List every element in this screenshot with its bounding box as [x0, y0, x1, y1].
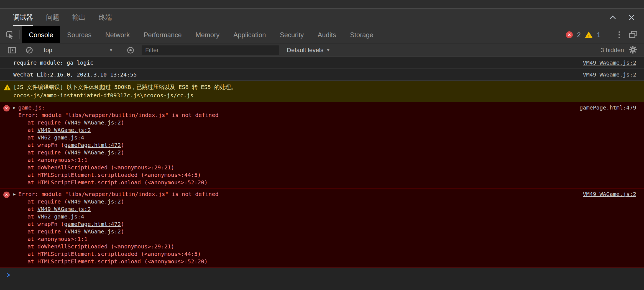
console-message-error: ✕▶game.js:gamePage.html:479Error: module… — [0, 102, 644, 189]
console-message-warning: ![JS 文件编译错误] 以下文件体积超过 500KB，已跳过压缩以及 ES6 … — [0, 81, 644, 102]
devtools-tab-sources[interactable]: Sources — [60, 26, 98, 43]
warning-line: cocos-js/ammo-instantiated-df09317c.js\n… — [13, 91, 636, 100]
warning-count-icon[interactable]: ! — [585, 32, 593, 38]
window-controls — [609, 9, 635, 26]
stack-frame: at VM62 game.js:4 — [18, 134, 636, 141]
stack-frame-link[interactable]: VM49 WAGame.js:2 — [37, 127, 91, 133]
stack-frame: at <anonymous>:1:1 — [18, 235, 636, 243]
stack-frame: at wrapFn (gamePage.html:472) — [18, 141, 636, 149]
source-location-link[interactable]: VM49 WAGame.js:2 — [583, 71, 636, 78]
divider — [118, 46, 118, 54]
expand-triangle-icon[interactable]: ▶ — [13, 104, 18, 111]
error-header: ▶game.js:gamePage.html:479 — [18, 104, 636, 111]
stack-frame: at <anonymous>:1:1 — [18, 156, 636, 164]
error-count: 2 — [577, 31, 581, 39]
devtools-tab-console[interactable]: Console — [22, 26, 60, 43]
more-options-icon[interactable] — [616, 30, 623, 40]
window-top-strip — [0, 0, 644, 9]
error-count-icon[interactable]: ✕ — [566, 31, 573, 38]
stack-frame-link[interactable]: VM49 WAGame.js:2 — [68, 228, 121, 235]
stack-frame-link[interactable]: VM62 game.js:4 — [37, 213, 84, 220]
warning-text: [JS 文件编译错误] 以下文件体积超过 500KB，已跳过压缩以及 ES6 转… — [13, 83, 636, 100]
divider — [19, 30, 20, 39]
levels-value: Default levels — [287, 47, 323, 54]
editor-tab-bar: 调试器问题输出终端 — [0, 9, 644, 26]
divider — [608, 31, 608, 39]
dropdown-arrow-icon: ▼ — [109, 48, 113, 52]
log-text: require module: ga-logic — [13, 59, 93, 66]
stack-frame-link[interactable]: VM49 WAGame.js:2 — [68, 119, 121, 126]
editor-tab-输出[interactable]: 输出 — [72, 9, 86, 26]
collapse-panel-icon[interactable] — [609, 15, 616, 20]
devtools-tab-security[interactable]: Security — [273, 26, 311, 43]
stack-frame: at require (VM49 WAGame.js:2) — [18, 198, 636, 205]
console-toolbar: top ▼ Default levels ▼ 3 hidden — [0, 44, 644, 57]
stack-frame-link[interactable]: gamePage.html:472 — [64, 221, 121, 227]
stack-frame: at HTMLScriptElement.script.onload (<ano… — [18, 258, 636, 265]
stack-frame-link[interactable]: VM49 WAGame.js:2 — [68, 149, 121, 156]
context-value: top — [44, 47, 52, 54]
stack-frame-link[interactable]: gamePage.html:472 — [64, 142, 121, 148]
devtools-bar-right: ✕ 2 ! 1 — [566, 26, 644, 43]
inspect-element-button[interactable] — [0, 26, 19, 43]
stack-frame: at wrapFn (gamePage.html:472) — [18, 220, 636, 228]
stack-frame: at HTMLScriptElement.script.onload (<ano… — [18, 179, 636, 186]
filter-input[interactable] — [142, 45, 279, 55]
error-header: ▶Error: module "libs/wrapper/builtin/ind… — [18, 190, 636, 198]
live-expression-eye-icon[interactable] — [123, 46, 138, 54]
stack-frame: at VM49 WAGame.js:2 — [18, 205, 636, 213]
error-message: Error: module "libs/wrapper/builtin/inde… — [18, 111, 636, 119]
source-location-link[interactable]: VM49 WAGame.js:2 — [583, 190, 636, 198]
console-message-log: Wechat Lib:2.16.0, 2021.3.10 13:24:55VM4… — [0, 69, 644, 81]
stack-trace: at require (VM49 WAGame.js:2)at VM49 WAG… — [18, 119, 636, 186]
stack-frame-link[interactable]: VM49 WAGame.js:2 — [68, 198, 121, 205]
source-location-link[interactable]: VM49 WAGame.js:2 — [583, 59, 636, 66]
stack-trace: at require (VM49 WAGame.js:2)at VM49 WAG… — [18, 198, 636, 265]
javascript-context-select[interactable]: top ▼ — [44, 47, 113, 54]
console-messages: require module: ga-logicVM49 WAGame.js:2… — [0, 57, 644, 268]
inspect-cursor-icon — [5, 30, 14, 40]
console-prompt[interactable] — [0, 268, 644, 279]
devtools-tab-storage[interactable]: Storage — [343, 26, 380, 43]
stack-frame: at doWhenAllScriptLoaded (<anonymous>:29… — [18, 164, 636, 171]
devtools-tab-audits[interactable]: Audits — [311, 26, 343, 43]
console-prompt-caret-icon — [6, 272, 11, 279]
clear-console-icon[interactable] — [22, 46, 37, 54]
console-settings-gear-icon[interactable] — [628, 45, 637, 55]
close-icon[interactable] — [628, 14, 635, 21]
stack-frame: at HTMLScriptElement.scriptLoaded (<anon… — [18, 250, 636, 258]
error-icon: ✕ — [3, 192, 10, 198]
editor-tab-终端[interactable]: 终端 — [99, 9, 112, 26]
dropdown-arrow-icon: ▼ — [326, 48, 330, 52]
log-levels-select[interactable]: Default levels ▼ — [287, 47, 330, 54]
stack-frame-link[interactable]: VM49 WAGame.js:2 — [37, 206, 91, 212]
stack-frame: at require (VM49 WAGame.js:2) — [18, 119, 636, 126]
error-body: ▶game.js:gamePage.html:479Error: module … — [18, 104, 636, 186]
stack-frame: at require (VM49 WAGame.js:2) — [18, 149, 636, 156]
editor-tab-问题[interactable]: 问题 — [46, 9, 59, 26]
devtools-tab-network[interactable]: Network — [98, 26, 137, 43]
devtools-tab-memory[interactable]: Memory — [189, 26, 227, 43]
error-title: game.js: — [18, 104, 45, 111]
devtools-tabs: ConsoleSourcesNetworkPerformanceMemoryAp… — [22, 26, 380, 43]
editor-tab-调试器[interactable]: 调试器 — [13, 9, 33, 26]
stack-frame-link[interactable]: VM62 game.js:4 — [37, 134, 84, 141]
source-location-link[interactable]: gamePage.html:479 — [579, 104, 636, 111]
stack-frame: at VM62 game.js:4 — [18, 213, 636, 220]
error-icon: ✕ — [3, 105, 10, 111]
error-body: ▶Error: module "libs/wrapper/builtin/ind… — [18, 190, 636, 265]
devtools-tab-application[interactable]: Application — [226, 26, 273, 43]
log-text: Wechat Lib:2.16.0, 2021.3.10 13:24:55 — [13, 71, 137, 78]
expand-triangle-icon[interactable]: ▶ — [13, 190, 18, 198]
warning-count: 1 — [597, 31, 600, 39]
stack-frame: at VM49 WAGame.js:2 — [18, 126, 636, 134]
warning-icon: ! — [4, 84, 11, 90]
editor-tabs: 调试器问题输出终端 — [13, 9, 112, 26]
dock-panels-icon[interactable] — [628, 30, 638, 40]
console-sidebar-toggle-icon[interactable] — [4, 47, 19, 54]
error-message: Error: module "libs/wrapper/builtin/inde… — [18, 190, 218, 198]
console-message-log: require module: ga-logicVM49 WAGame.js:2 — [0, 57, 644, 69]
devtools-tab-performance[interactable]: Performance — [137, 26, 188, 43]
toolbar-right: 3 hidden — [586, 45, 637, 55]
stack-frame: at require (VM49 WAGame.js:2) — [18, 228, 636, 235]
